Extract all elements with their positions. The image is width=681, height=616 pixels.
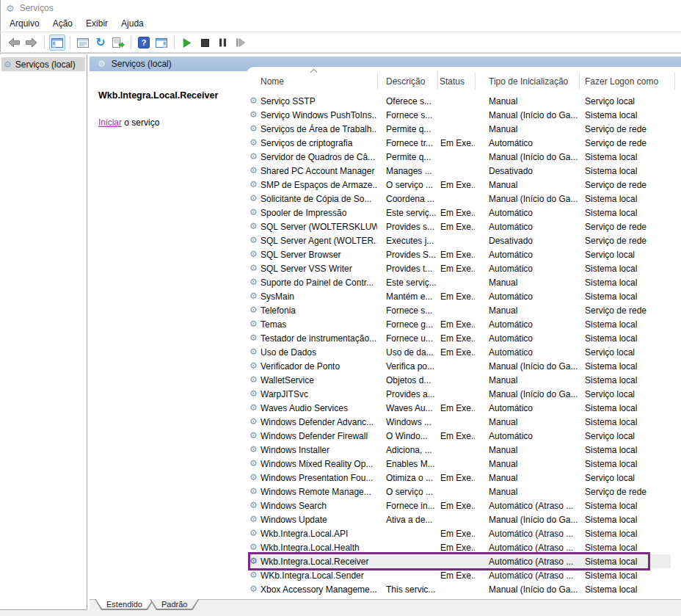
cell-name: Windows Update <box>261 515 377 525</box>
cell-description: Enables M... <box>377 459 437 469</box>
cell-status: Em Exe... <box>437 403 475 413</box>
cell-logon_as: Sistema local <box>579 110 671 120</box>
service-row[interactable]: ⚙Serviço SSTPOferece s...ManualServiço l… <box>250 94 671 108</box>
start-service-button[interactable] <box>179 35 195 51</box>
properties-button[interactable] <box>75 35 91 51</box>
cell-logon_as: Sistema local <box>579 403 671 413</box>
start-service-link[interactable]: Iniciar <box>98 117 122 128</box>
menu-arquivo[interactable]: Arquivo <box>3 16 46 32</box>
service-gear-icon: ⚙ <box>250 582 261 596</box>
service-gear-icon: ⚙ <box>250 485 261 499</box>
cell-description: Permite q... <box>377 124 437 134</box>
show-action-pane-button[interactable] <box>153 35 170 51</box>
service-row[interactable]: ⚙SQL Server VSS WriterProvides t...Em Ex… <box>250 261 671 275</box>
window-title: Serviços <box>20 3 54 13</box>
service-row[interactable]: ⚙Servidor de Quadros de Câ...Permite q..… <box>250 150 671 164</box>
service-row[interactable]: ⚙Serviço Windows PushToIns...Fornece s..… <box>250 108 671 122</box>
cell-startup_type: Manual <box>475 124 579 134</box>
service-row[interactable]: ⚙Windows Defender FirewallO Windo...Em E… <box>250 429 671 443</box>
export-list-button[interactable] <box>110 35 126 51</box>
cell-logon_as: Serviço local <box>579 431 671 441</box>
restart-service-button[interactable] <box>232 35 248 51</box>
cell-logon_as: Sistema local <box>579 319 671 330</box>
cell-description: Provides s... <box>377 222 437 232</box>
menu-bar: Arquivo Ação Exibir Ajuda <box>0 16 681 32</box>
action-pane-icon <box>156 38 167 48</box>
service-row[interactable]: ⚙SQL Server Agent (WOLTER...Executes j..… <box>250 233 671 247</box>
service-gear-icon: ⚙ <box>250 303 261 317</box>
pause-icon <box>219 38 227 47</box>
cell-description: Adiciona, ... <box>377 445 437 455</box>
service-row[interactable]: ⚙Wkb.Integra.Local.HealthEm Exe...Automá… <box>250 540 671 554</box>
cell-startup_type: Manual (Início do Ga... <box>475 110 579 120</box>
service-row[interactable]: ⚙Wkb.Integra.Local.ReceiverAutomático (A… <box>250 554 671 568</box>
cell-status: Em Exe... <box>437 501 475 511</box>
service-row[interactable]: ⚙SMP de Espaços de Armaze...O serviço ..… <box>250 178 671 192</box>
service-row[interactable]: ⚙Spooler de ImpressãoEste serviç...Em Ex… <box>250 206 671 220</box>
cell-description: Verifica po... <box>377 361 437 372</box>
service-row[interactable]: ⚙SQL Server BrowserProvides S...Em Exe..… <box>250 247 671 261</box>
column-header-logon[interactable]: Fazer Logon como <box>585 76 658 87</box>
column-separator[interactable] <box>437 72 438 90</box>
cell-startup_type: Automático <box>475 222 579 232</box>
service-row[interactable]: ⚙Suporte do Painel de Contr...Este servi… <box>250 275 671 289</box>
cell-logon_as: Serviço de rede <box>579 124 671 134</box>
service-row[interactable]: ⚙Windows Mixed Reality Op...Enables M...… <box>250 457 671 471</box>
cell-name: Uso de Dados <box>261 347 377 358</box>
service-row[interactable]: ⚙Solicitante de Cópia de So...Coordena .… <box>250 192 671 206</box>
cell-logon_as: Sistema local <box>579 375 671 385</box>
service-row[interactable]: ⚙SysMainMantém e...Em Exe...AutomáticoSi… <box>250 289 671 303</box>
cell-name: Windows Installer <box>261 445 377 455</box>
cell-startup_type: Automático <box>475 138 579 148</box>
service-row[interactable]: ⚙Xbox Accessory Manageme...This servic..… <box>250 582 671 596</box>
cell-status: Em Exe... <box>437 473 475 483</box>
cell-status: Em Exe... <box>437 570 475 581</box>
service-row[interactable]: ⚙Uso de DadosUso de da...Em Exe...Automá… <box>250 345 671 359</box>
column-separator[interactable] <box>377 72 378 90</box>
cell-name: WalletService <box>261 375 377 385</box>
menu-acao[interactable]: Ação <box>46 16 79 32</box>
service-gear-icon: ⚙ <box>250 317 261 331</box>
service-row[interactable]: ⚙TemasFornece g...Em Exe...AutomáticoSis… <box>250 317 671 331</box>
help-button[interactable]: ? <box>136 35 152 51</box>
service-row[interactable]: ⚙Shared PC Account ManagerManages ...Des… <box>250 164 671 178</box>
pause-service-button[interactable] <box>214 35 230 51</box>
cell-name: Suporte do Painel de Contr... <box>261 278 377 288</box>
column-header-tipo[interactable]: Tipo de Inicialização <box>489 76 568 87</box>
service-row[interactable]: ⚙WKb.Integra.Local.SenderEm Exe...Automá… <box>250 568 671 582</box>
service-row[interactable]: ⚙Serviços de criptografiaFornece tr...Em… <box>250 136 671 150</box>
forward-button[interactable] <box>23 35 40 51</box>
tab-estendido[interactable]: Estendido <box>95 599 154 610</box>
service-row[interactable]: ⚙Testador de instrumentação...Fornece u.… <box>250 331 671 345</box>
show-console-tree-button[interactable] <box>49 35 65 51</box>
column-separator[interactable] <box>674 72 675 90</box>
service-row[interactable]: ⚙Windows UpdateAtiva a de...Manual (Iníc… <box>250 512 671 526</box>
column-header-nome[interactable]: Nome <box>261 76 284 87</box>
service-row[interactable]: ⚙TelefoniaFornece s...ManualServiço de r… <box>250 303 671 317</box>
service-row[interactable]: ⚙Windows Remote Manage...O serviço ...Ma… <box>250 485 671 499</box>
refresh-button[interactable]: ↻ <box>92 35 109 51</box>
stop-service-button[interactable] <box>197 35 213 51</box>
cell-startup_type: Automático <box>475 291 579 302</box>
column-separator[interactable] <box>579 72 580 90</box>
menu-ajuda[interactable]: Ajuda <box>114 16 150 32</box>
service-row[interactable]: ⚙Windows SearchFornece in...Em Exe...Aut… <box>250 499 671 512</box>
service-row[interactable]: ⚙SQL Server (WOLTERSKLUW...Provides s...… <box>250 220 671 233</box>
service-row[interactable]: ⚙Windows Presentation Fou...Otimiza o ..… <box>250 471 671 485</box>
tab-padrao[interactable]: Padrão <box>150 599 199 610</box>
service-row[interactable]: ⚙WarpJITSvcProvides a...Manual (Início d… <box>250 387 671 401</box>
tree-item-servicos-local[interactable]: ⚙ Serviços (local) <box>1 57 85 71</box>
service-row[interactable]: ⚙Wkb.Integra.Local.APIEm Exe...Automátic… <box>250 526 671 540</box>
column-header-status[interactable]: Status <box>440 76 465 87</box>
service-row[interactable]: ⚙Waves Audio ServicesWaves Au...Em Exe..… <box>250 401 671 415</box>
column-header-descricao[interactable]: Descrição <box>386 76 425 87</box>
service-row[interactable]: ⚙Windows Defender Advanc...Windows ...Ma… <box>250 415 671 429</box>
service-row[interactable]: ⚙Windows InstallerAdiciona, ...ManualSis… <box>250 443 671 457</box>
service-row[interactable]: ⚙Verificador de PontoVerifica po...Manua… <box>250 359 671 373</box>
service-row[interactable]: ⚙Serviços de Área de Trabalh...Permite q… <box>250 122 671 136</box>
service-row[interactable]: ⚙WalletServiceObjetos d...ManualSistema … <box>250 373 671 387</box>
back-button[interactable] <box>6 35 22 51</box>
cell-name: Windows Remote Manage... <box>261 487 377 497</box>
column-separator[interactable] <box>475 72 476 90</box>
menu-exibir[interactable]: Exibir <box>79 16 114 32</box>
